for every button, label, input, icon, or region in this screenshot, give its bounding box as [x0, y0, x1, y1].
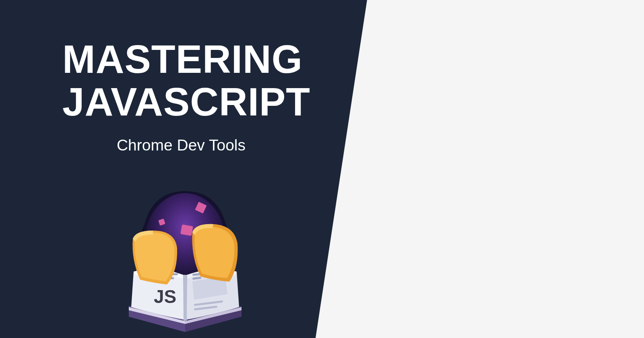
hero-subtitle: Chrome Dev Tools	[62, 136, 300, 154]
title-line-1: MASTERING	[62, 38, 310, 81]
svg-text:JS: JS	[154, 286, 176, 307]
js-book-illustration: JS	[105, 179, 266, 338]
diagram-panel: ev Tools Debu Debuggin Debugg	[330, 0, 644, 338]
hero-title: MASTERING JAVASCRIPT Chrome Dev Tools	[62, 38, 310, 154]
svg-rect-32	[180, 225, 193, 236]
title-line-2: JAVASCRIPT	[62, 81, 310, 124]
connector-lines	[330, 0, 644, 338]
